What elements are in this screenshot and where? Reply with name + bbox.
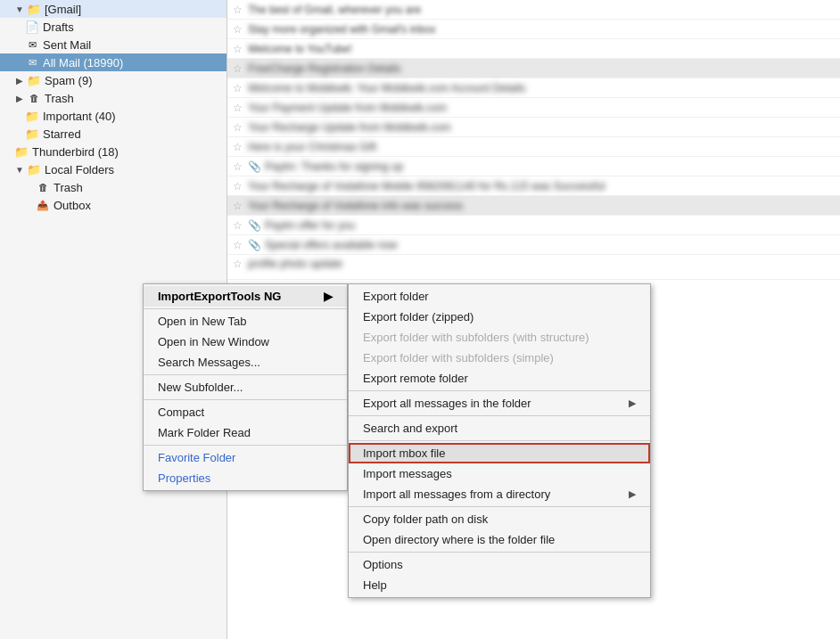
sidebar-item-outbox[interactable]: 📤 Outbox [0, 196, 226, 214]
sidebar-label-allmail: All Mail (18990) [43, 56, 123, 70]
sidebar-label-starred: Starred [43, 127, 81, 141]
sidebar-item-allmail[interactable]: ✉ All Mail (18990) [0, 53, 226, 71]
menu-separator [144, 399, 347, 400]
menu-label-new-subfolder: New Subfolder... [158, 381, 243, 394]
menu-item-import-all-messages[interactable]: Import all messages from a directory ▶ [349, 484, 650, 504]
menu-separator [349, 415, 650, 416]
menu-label-mark-folder-read: Mark Folder Read [158, 426, 251, 439]
sidebar-label-thunderbird: Thunderbird (18) [32, 145, 119, 159]
menu-item-export-remote[interactable]: Export remote folder [349, 368, 650, 389]
menu-item-new-subfolder[interactable]: New Subfolder... [144, 377, 347, 397]
menu-label-compact: Compact [158, 406, 204, 419]
star-icon[interactable]: ☆ [233, 258, 243, 270]
email-subject: Your Recharge Update from Mobikwik.com [248, 121, 451, 134]
star-icon[interactable]: ☆ [233, 102, 243, 114]
attachment-icon: 📎 [248, 160, 261, 173]
sidebar-item-important[interactable]: 📁 Important (40) [0, 107, 226, 125]
table-row[interactable]: ☆ Your Recharge Update from Mobikwik.com [227, 118, 840, 137]
menu-separator [144, 308, 347, 309]
menu-item-compact[interactable]: Compact [144, 402, 347, 422]
table-row[interactable]: ☆ Welcome to Mobikwik: Your Mobikwik.com… [227, 78, 840, 98]
table-row[interactable]: ☆ 📎 Special offers available now [227, 235, 840, 255]
table-row[interactable]: ☆ Your Recharge of Vodafone Mobile 95820… [227, 176, 840, 196]
email-subject: profile photo update [248, 258, 342, 270]
star-icon[interactable]: ☆ [233, 23, 243, 36]
submenu-arrow-import: ▶ [629, 488, 636, 500]
sidebar-item-local-folders[interactable]: ▼ 📁 Local Folders [0, 160, 226, 178]
menu-item-copy-folder-path[interactable]: Copy folder path on disk [349, 509, 650, 529]
menu-label-export-folder-zipped: Export folder (zipped) [363, 310, 474, 324]
local-folder-icon: 📁 [27, 162, 41, 176]
star-icon[interactable]: ☆ [233, 180, 243, 193]
star-icon[interactable]: ☆ [233, 121, 243, 134]
menu-item-open-new-window[interactable]: Open in New Window [144, 332, 347, 352]
star-icon[interactable]: ☆ [233, 160, 243, 173]
email-subject: Paytm: Thanks for signing up [265, 160, 403, 173]
sidebar-item-trash-local[interactable]: 🗑 Trash [0, 178, 226, 196]
menu-item-search-export[interactable]: Search and export [349, 418, 650, 438]
menu-item-search-messages[interactable]: Search Messages... [144, 352, 347, 373]
star-icon[interactable]: ☆ [233, 239, 243, 251]
important-icon: 📁 [25, 109, 39, 123]
menu-label-export-subfolders-simple: Export folder with subfolders (simple) [363, 351, 554, 365]
sidebar-label-sent: Sent Mail [43, 38, 91, 52]
sidebar-label-important: Important (40) [43, 110, 116, 123]
spam-folder-icon: 📁 [27, 73, 41, 87]
menu-label-properties: Properties [158, 471, 210, 485]
table-row[interactable]: ☆ Welcome to YouTube! [227, 39, 840, 59]
menu-item-options[interactable]: Options [349, 554, 650, 575]
star-icon[interactable]: ☆ [233, 200, 243, 212]
menu-item-favorite-folder[interactable]: Favorite Folder [144, 447, 347, 468]
context-menu-header-label: ImportExportTools NG [158, 290, 281, 303]
menu-separator [144, 374, 347, 375]
star-icon[interactable]: ☆ [233, 62, 243, 75]
table-row[interactable]: ☆ FreeCharge Registration Details [227, 59, 840, 78]
menu-label-search-messages: Search Messages... [158, 356, 260, 369]
menu-separator [349, 552, 650, 553]
menu-label-favorite-folder: Favorite Folder [158, 451, 235, 464]
context-menu-secondary: Export folder Export folder (zipped) Exp… [348, 283, 651, 598]
attachment-icon: 📎 [248, 239, 261, 251]
outbox-icon: 📤 [36, 198, 50, 212]
sidebar-item-thunderbird[interactable]: 📁 Thunderbird (18) [0, 143, 226, 160]
sidebar-item-starred[interactable]: 📁 Starred [0, 125, 226, 143]
sidebar-item-sent[interactable]: ✉ Sent Mail [0, 36, 226, 53]
sidebar-item-drafts[interactable]: 📄 Drafts [0, 18, 226, 36]
table-row[interactable]: ☆ The best of Gmail, wherever you are [227, 0, 840, 20]
email-subject: Your Recharge of Vodafone info was succe… [248, 200, 463, 212]
star-icon[interactable]: ☆ [233, 141, 243, 153]
submenu-arrow-export: ▶ [629, 397, 636, 409]
menu-item-export-all-messages[interactable]: Export all messages in the folder ▶ [349, 393, 650, 414]
table-row[interactable]: ☆ profile photo update [227, 255, 840, 280]
star-icon[interactable]: ☆ [233, 219, 243, 232]
menu-separator [349, 390, 650, 391]
menu-item-export-subfolders-structure: Export folder with subfolders (with stru… [349, 327, 650, 348]
table-row[interactable]: ☆ Your Payment Update from Mobikwik.com [227, 98, 840, 118]
menu-item-import-messages[interactable]: Import messages [349, 463, 650, 484]
sidebar-item-gmail[interactable]: ▼ 📁 [Gmail] [0, 0, 226, 18]
table-row[interactable]: ☆ Stay more organized with Gmail's inbox [227, 20, 840, 39]
menu-item-open-directory[interactable]: Open directory where is the folder file [349, 529, 650, 550]
menu-label-open-new-tab: Open in New Tab [158, 315, 247, 328]
menu-label-import-all-messages: Import all messages from a directory [363, 487, 550, 501]
context-menu-header[interactable]: ImportExportTools NG ▶ [144, 286, 347, 307]
email-subject: Your Recharge of Vodafone Mobile 9582081… [248, 180, 605, 193]
menu-item-properties[interactable]: Properties [144, 468, 347, 488]
menu-item-export-folder-zipped[interactable]: Export folder (zipped) [349, 307, 650, 327]
thunderbird-icon: 📁 [14, 144, 29, 159]
table-row[interactable]: ☆ Your Recharge of Vodafone info was suc… [227, 196, 840, 216]
sidebar-item-spam[interactable]: ▶ 📁 Spam (9) [0, 71, 226, 89]
table-row[interactable]: ☆ 📎 Paytm offer for you [227, 216, 840, 235]
menu-item-import-mbox[interactable]: Import mbox file [349, 443, 650, 463]
table-row[interactable]: ☆ Here is your Christmas Gift [227, 137, 840, 157]
menu-item-open-new-tab[interactable]: Open in New Tab [144, 311, 347, 332]
table-row[interactable]: ☆ 📎 Paytm: Thanks for signing up [227, 157, 840, 176]
star-icon[interactable]: ☆ [233, 82, 243, 94]
menu-item-help[interactable]: Help [349, 575, 650, 595]
sidebar-label-spam: Spam (9) [45, 74, 92, 87]
star-icon[interactable]: ☆ [233, 43, 243, 55]
sidebar-item-trash-gmail[interactable]: ▶ 🗑 Trash [0, 89, 226, 107]
star-icon[interactable]: ☆ [233, 4, 243, 16]
menu-item-export-folder[interactable]: Export folder [349, 286, 650, 307]
menu-item-mark-folder-read[interactable]: Mark Folder Read [144, 422, 347, 443]
